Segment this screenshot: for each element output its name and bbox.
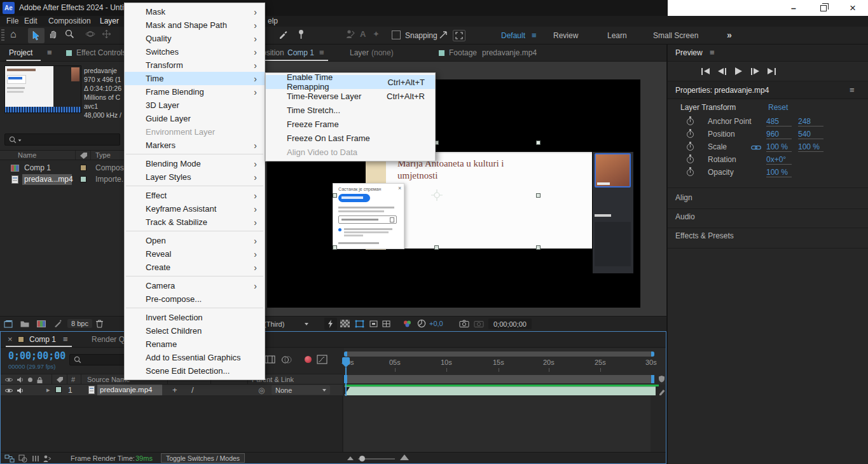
property-value-x[interactable]: 960 — [766, 130, 792, 139]
stopwatch-icon[interactable] — [687, 156, 694, 163]
menu-item-track-stabilize[interactable]: Track & Stabilize› — [125, 215, 265, 229]
play-button[interactable] — [731, 66, 745, 76]
submenu-item-time-stretch[interactable]: Time Stretch... — [266, 103, 435, 117]
bit-depth-button[interactable]: 8 bpc — [67, 319, 92, 328]
menu-item-camera[interactable]: Camera› — [125, 279, 265, 292]
roto-brush-tool-button[interactable] — [345, 29, 355, 41]
ruler-area[interactable]: 0s 05s 10s 15s 20s 25s 30s — [344, 348, 666, 374]
project-search-input[interactable] — [4, 133, 120, 146]
zoom-in-mountain-icon[interactable] — [400, 454, 409, 460]
snapping-checkbox[interactable] — [392, 31, 401, 39]
menu-item-transform[interactable]: Transform› — [125, 58, 265, 72]
label-swatch[interactable] — [80, 165, 86, 171]
menu-item-pre-compose[interactable]: Pre-compose... — [125, 292, 265, 306]
stopwatch-icon[interactable] — [687, 131, 694, 138]
audio-icon[interactable] — [17, 387, 24, 394]
timeline-timecode[interactable]: 0;00;00;00 — [8, 350, 65, 362]
work-area-end-handle[interactable] — [651, 351, 654, 357]
close-button[interactable]: × — [843, 0, 862, 16]
playhead[interactable] — [341, 357, 350, 367]
menu-item-select-children[interactable]: Select Children — [125, 324, 265, 338]
puppet-pin-tool-button[interactable] — [298, 29, 305, 41]
reset-button[interactable]: Reset — [768, 103, 788, 112]
parent-dropdown[interactable]: None — [272, 385, 330, 395]
selection-tool-button[interactable] — [28, 28, 45, 43]
trash-icon[interactable] — [95, 319, 104, 328]
preview-panel-menu-icon[interactable]: ≡ — [710, 48, 715, 57]
star-tool-button[interactable]: ✦ — [373, 29, 380, 39]
quality-icon[interactable]: / — [191, 385, 194, 395]
snap-bounds-button[interactable] — [453, 30, 465, 41]
previous-frame-button[interactable] — [715, 66, 729, 76]
label-swatch[interactable] — [80, 176, 86, 182]
layer-handle[interactable] — [434, 245, 439, 250]
section-audio[interactable]: Audio — [675, 212, 695, 221]
menu-item-keyframe-assistant[interactable]: Keyframe Assistant› — [125, 202, 265, 215]
first-frame-button[interactable] — [698, 66, 712, 76]
label-column-tag-icon[interactable] — [79, 152, 88, 160]
workspace-learn-tab[interactable]: Learn — [607, 31, 627, 40]
stopwatch-icon[interactable] — [687, 169, 694, 176]
toolbar-grip[interactable] — [1, 29, 4, 42]
workspace-menu-icon[interactable]: ≡ — [532, 31, 537, 40]
menu-item-markers[interactable]: Markers› — [125, 139, 265, 152]
stopwatch-icon[interactable] — [687, 144, 694, 151]
layer-duration-bar[interactable] — [345, 386, 656, 395]
draft-3d-icon[interactable] — [305, 356, 312, 363]
timeline-panel-menu-icon[interactable]: ≡ — [63, 334, 68, 344]
property-value-y[interactable]: 540 — [798, 130, 823, 139]
menu-help-partial[interactable]: elp — [268, 17, 278, 25]
link-icon[interactable] — [751, 145, 761, 151]
stopwatch-icon[interactable] — [687, 118, 694, 125]
tab-project[interactable]: Project — [9, 48, 32, 57]
label-column-tag-icon[interactable] — [56, 376, 64, 383]
work-area-end-bracket[interactable] — [651, 375, 654, 383]
anchor-point-icon[interactable] — [431, 189, 443, 201]
orbit-camera-tool-button[interactable] — [85, 30, 95, 40]
new-composition-icon[interactable] — [37, 320, 46, 327]
zoom-tool-button[interactable] — [65, 29, 74, 41]
project-row-comp1[interactable]: Comp 1 Composit — [0, 163, 125, 174]
mask-visibility-button[interactable] — [355, 320, 364, 328]
workspace-review-tab[interactable]: Review — [553, 31, 578, 40]
property-value-x[interactable]: 100 % — [766, 168, 792, 177]
menu-item-create[interactable]: Create› — [125, 261, 265, 274]
submenu-item-enable-time-remapping[interactable]: Enable Time RemappingCtrl+Alt+T — [266, 75, 435, 89]
menu-item-time[interactable]: Time› — [125, 72, 265, 85]
menu-item-effect[interactable]: Effect› — [125, 189, 265, 202]
column-name[interactable]: Name — [18, 151, 36, 159]
comp-label-swatch[interactable] — [18, 336, 24, 343]
menu-item-layer-styles[interactable]: Layer Styles› — [125, 170, 265, 184]
layer-handle[interactable] — [536, 140, 541, 145]
exposure-value[interactable]: +0,0 — [429, 320, 443, 327]
layer-handle[interactable] — [333, 193, 337, 198]
property-value-y[interactable]: 248 — [798, 117, 823, 126]
timeline-tab-close-icon[interactable]: × — [8, 334, 13, 344]
layer-name[interactable]: predavanje.mp4 — [100, 386, 152, 393]
menu-item-reveal[interactable]: Reveal› — [125, 247, 265, 261]
tab-layer-label[interactable]: Layer — [350, 48, 369, 57]
menu-item-mask-shape-path[interactable]: Mask and Shape Path› — [125, 18, 265, 32]
menu-item-blending-mode[interactable]: Blending Mode› — [125, 157, 265, 170]
layer-transform-label[interactable]: Layer Transform — [680, 103, 736, 112]
hand-tool-button[interactable] — [48, 29, 57, 41]
new-folder-icon[interactable] — [20, 320, 29, 327]
channel-rgb-icon[interactable] — [403, 320, 412, 328]
timeline-zoom-slider[interactable] — [358, 458, 395, 460]
collapse-transforms-icon[interactable]: + — [172, 385, 177, 395]
search-options-icon[interactable] — [18, 139, 22, 141]
project-row-predavanje[interactable]: predava...mp4 Importe... — [0, 174, 125, 186]
layer-row[interactable]: ▸ 1 predavanje.mp4 + / ◎ None — [1, 385, 343, 396]
fast-preview-button[interactable] — [324, 318, 337, 330]
property-value-x[interactable]: 485 — [766, 117, 792, 126]
workspace-default-tab[interactable]: Default — [501, 31, 525, 40]
expander-icon[interactable]: ▸ — [46, 386, 50, 394]
menu-composition[interactable]: Composition — [48, 17, 91, 25]
playhead-line[interactable] — [345, 367, 347, 396]
exposure-icon[interactable] — [417, 319, 426, 328]
eye-column-icon[interactable] — [4, 377, 13, 383]
layer-handle[interactable] — [536, 245, 541, 250]
next-frame-button[interactable] — [748, 66, 762, 76]
menu-item-3d-layer[interactable]: 3D Layer — [125, 99, 265, 112]
work-area-start-handle[interactable] — [344, 351, 347, 357]
